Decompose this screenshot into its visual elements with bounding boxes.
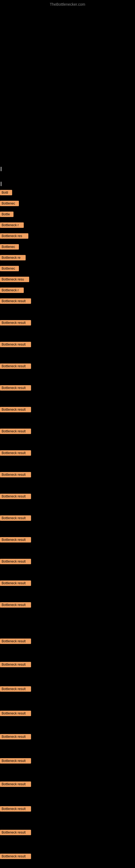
site-title: TheBottlenecker.com	[50, 2, 85, 6]
bottleneck-result-10[interactable]: Bottleneck result	[0, 299, 31, 304]
cursor-line-0	[1, 167, 1, 171]
bottleneck-result-11[interactable]: Bottleneck result	[0, 320, 31, 326]
bottleneck-result-12[interactable]: Bottleneck result	[0, 342, 31, 347]
bottleneck-result-2[interactable]: Bottle	[0, 212, 13, 217]
bottleneck-result-6[interactable]: Bottleneck re	[0, 255, 26, 260]
bottleneck-result-21[interactable]: Bottleneck result	[0, 537, 31, 542]
bottleneck-result-18[interactable]: Bottleneck result	[0, 472, 31, 477]
bottleneck-result-32[interactable]: Bottleneck result	[0, 806, 31, 812]
bottleneck-result-22[interactable]: Bottleneck result	[0, 559, 31, 564]
bottleneck-result-29[interactable]: Bottleneck result	[0, 734, 31, 739]
bottleneck-result-15[interactable]: Bottleneck result	[0, 407, 31, 412]
bottleneck-result-4[interactable]: Bottleneck res	[0, 233, 28, 239]
bottleneck-result-14[interactable]: Bottleneck result	[0, 385, 31, 391]
bottleneck-result-20[interactable]: Bottleneck result	[0, 516, 31, 521]
bottleneck-result-25[interactable]: Bottleneck result	[0, 639, 31, 644]
bottleneck-result-24[interactable]: Bottleneck result	[0, 602, 31, 608]
bottleneck-result-26[interactable]: Bottleneck result	[0, 662, 31, 667]
bottleneck-result-27[interactable]: Bottleneck result	[0, 686, 31, 692]
bottleneck-result-7[interactable]: Bottlenec	[0, 266, 19, 271]
bottleneck-result-16[interactable]: Bottleneck result	[0, 429, 31, 434]
cursor-line-1	[1, 182, 1, 186]
bottleneck-result-33[interactable]: Bottleneck result	[0, 830, 31, 835]
bottleneck-result-1[interactable]: Bottlenec	[0, 201, 19, 206]
bottleneck-result-19[interactable]: Bottleneck result	[0, 494, 31, 499]
bottleneck-result-3[interactable]: Bottleneck r	[0, 222, 24, 228]
bottleneck-result-31[interactable]: Bottleneck result	[0, 781, 31, 787]
bottleneck-result-13[interactable]: Bottleneck result	[0, 364, 31, 369]
bottleneck-result-28[interactable]: Bottleneck result	[0, 711, 31, 716]
bottleneck-result-34[interactable]: Bottleneck result	[0, 854, 31, 859]
bottleneck-result-9[interactable]: Bottleneck r	[0, 287, 24, 293]
bottleneck-result-5[interactable]: Bottlenec	[0, 244, 19, 250]
bottleneck-result-8[interactable]: Bottleneck resu	[0, 277, 29, 282]
bottleneck-result-17[interactable]: Bottleneck result	[0, 450, 31, 456]
bottleneck-result-0[interactable]: Bottl	[0, 190, 12, 195]
bottleneck-result-23[interactable]: Bottleneck result	[0, 581, 31, 586]
bottleneck-result-30[interactable]: Bottleneck result	[0, 758, 31, 764]
